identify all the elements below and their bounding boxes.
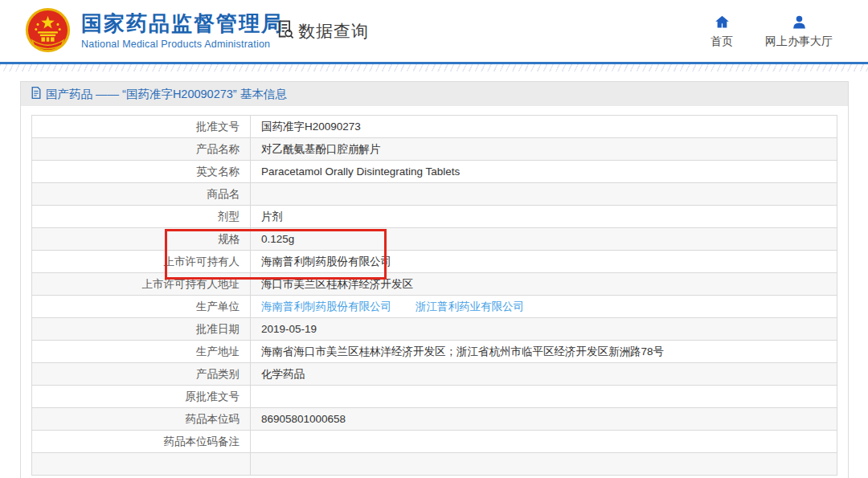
- document-search-icon: [274, 18, 296, 43]
- field-label: 商品名: [32, 183, 251, 206]
- field-value: 86905801000658: [251, 408, 837, 431]
- table-row: 规格0.125g: [32, 228, 837, 251]
- field-label: 药品本位码备注: [32, 431, 251, 453]
- nav-item-service-hall[interactable]: 网上办事大厅: [765, 14, 833, 49]
- data-query-label: 数据查询: [298, 20, 369, 43]
- field-label: 药品本位码: [32, 408, 251, 431]
- field-label: 英文名称: [32, 161, 251, 183]
- site-header: 国家药品监督管理局 National Medical Products Admi…: [0, 0, 868, 62]
- field-value: 海南普利制药股份有限公司浙江普利药业有限公司: [251, 296, 837, 318]
- field-label: 规格: [32, 228, 251, 251]
- field-value: [251, 453, 837, 476]
- china-national-emblem-icon: [25, 7, 71, 53]
- producer-link[interactable]: 浙江普利药业有限公司: [416, 300, 524, 313]
- field-value: 化学药品: [251, 363, 837, 386]
- table-row: 上市许可持有人海南普利制药股份有限公司: [32, 251, 837, 273]
- table-row: 商品名: [32, 183, 837, 206]
- table-row: 产品类别化学药品: [32, 363, 837, 386]
- panel-title: 国产药品 —— “国药准字H20090273” 基本信息: [46, 87, 287, 102]
- field-value: 片剂: [251, 206, 837, 228]
- result-panel: 国产药品 —— “国药准字H20090273” 基本信息 批准文号国药准字H20…: [20, 81, 849, 478]
- site-brand: 国家药品监督管理局 National Medical Products Admi…: [81, 12, 284, 50]
- field-value: 2019-05-19: [251, 318, 837, 341]
- field-value: 海南普利制药股份有限公司: [251, 251, 837, 273]
- field-value: 国药准字H20090273: [251, 116, 837, 138]
- field-value: [251, 386, 837, 408]
- data-query-section[interactable]: 数据查询: [274, 18, 369, 43]
- field-value: 0.125g: [251, 228, 837, 251]
- table-row: 批准日期2019-05-19: [32, 318, 837, 341]
- home-icon: [710, 14, 733, 31]
- producer-link[interactable]: 海南普利制药股份有限公司: [261, 300, 391, 313]
- field-label: 批准文号: [32, 116, 251, 138]
- field-label: 产品类别: [32, 363, 251, 386]
- person-icon: [765, 14, 833, 31]
- field-label: 生产单位: [32, 296, 251, 318]
- table-row: 药品本位码备注: [32, 431, 837, 453]
- table-row: 批准文号国药准字H20090273: [32, 116, 837, 138]
- nav-item-home[interactable]: 首页: [710, 14, 733, 49]
- site-title: 国家药品监督管理局: [81, 12, 284, 36]
- drug-info-table: 批准文号国药准字H20090273产品名称对乙酰氨基酚口腔崩解片英文名称Para…: [31, 115, 837, 476]
- site-subtitle: National Medical Products Administration: [81, 39, 284, 50]
- info-table-body: 批准文号国药准字H20090273产品名称对乙酰氨基酚口腔崩解片英文名称Para…: [32, 116, 837, 476]
- table-row: 上市许可持有人地址海口市美兰区桂林洋经济开发区: [32, 273, 837, 296]
- field-label: 批准日期: [32, 318, 251, 341]
- table-row: 剂型片剂: [32, 206, 837, 228]
- nav-label: 网上办事大厅: [765, 35, 833, 49]
- table-row: [32, 453, 837, 476]
- field-value: 对乙酰氨基酚口腔崩解片: [251, 138, 837, 161]
- field-label: 原批准文号: [32, 386, 251, 408]
- table-row: 生产单位海南普利制药股份有限公司浙江普利药业有限公司: [32, 296, 837, 318]
- field-label: 上市许可持有人: [32, 251, 251, 273]
- field-value: Paracetamol Orally Disintegrating Tablet…: [251, 161, 837, 183]
- field-value: 海南省海口市美兰区桂林洋经济开发区；浙江省杭州市临平区经济开发区新洲路78号: [251, 341, 837, 363]
- hatch-stripe-band: [0, 64, 868, 71]
- field-value: [251, 431, 837, 453]
- panel-titlebar: 国产药品 —— “国药准字H20090273” 基本信息: [21, 82, 848, 106]
- page: 国家药品监督管理局 National Medical Products Admi…: [0, 0, 868, 478]
- field-value: [251, 183, 837, 206]
- top-nav: 首页 网上办事大厅: [710, 14, 833, 49]
- field-label: 生产地址: [32, 341, 251, 363]
- field-value: 海口市美兰区桂林洋经济开发区: [251, 273, 837, 296]
- document-icon: [31, 87, 42, 102]
- table-row: 产品名称对乙酰氨基酚口腔崩解片: [32, 138, 837, 161]
- table-row: 药品本位码86905801000658: [32, 408, 837, 431]
- field-label: 剂型: [32, 206, 251, 228]
- table-row: 生产地址海南省海口市美兰区桂林洋经济开发区；浙江省杭州市临平区经济开发区新洲路7…: [32, 341, 837, 363]
- table-row: 原批准文号: [32, 386, 837, 408]
- field-label: 产品名称: [32, 138, 251, 161]
- field-label: 上市许可持有人地址: [32, 273, 251, 296]
- field-label: [32, 453, 251, 476]
- table-wrap: 批准文号国药准字H20090273产品名称对乙酰氨基酚口腔崩解片英文名称Para…: [21, 106, 848, 478]
- table-row: 英文名称Paracetamol Orally Disintegrating Ta…: [32, 161, 837, 183]
- nav-label: 首页: [710, 35, 733, 49]
